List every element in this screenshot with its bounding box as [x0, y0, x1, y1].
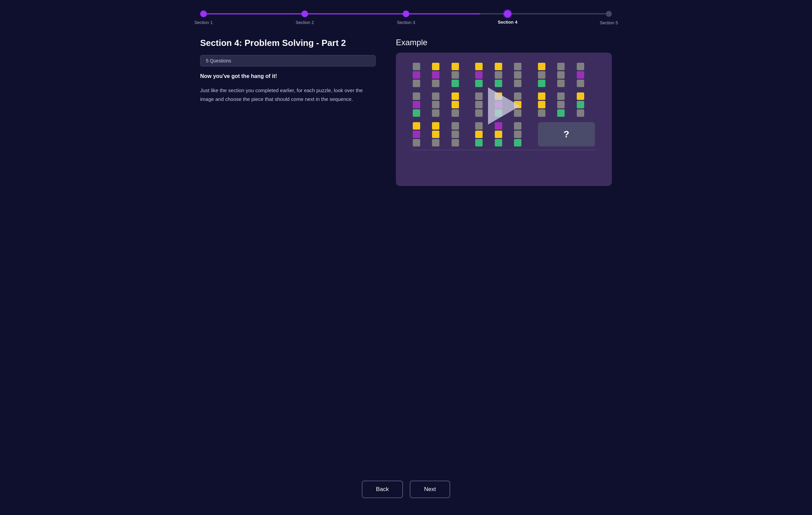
bottom-nav: Back Next — [0, 470, 812, 515]
cell — [577, 71, 584, 79]
cell — [538, 71, 545, 79]
progress-step-1[interactable]: Section 1 — [200, 10, 207, 17]
cell — [475, 71, 483, 79]
cell — [495, 122, 502, 130]
cell — [413, 109, 420, 117]
cell — [557, 80, 565, 87]
cell — [514, 71, 521, 79]
cell — [495, 80, 502, 87]
cell — [432, 71, 439, 79]
cell — [452, 80, 459, 87]
progress-container: Section 1 Section 2 Section 3 Section 4 … — [187, 0, 625, 21]
cell — [577, 109, 584, 117]
answer-choice-4[interactable] — [524, 154, 558, 176]
cell — [432, 131, 439, 138]
cell — [432, 80, 439, 87]
section-description: Just like the section you completed earl… — [200, 86, 376, 103]
puzzle-grid-4 — [413, 92, 470, 117]
cell — [413, 92, 420, 100]
questions-badge: 5 Questions — [200, 55, 376, 66]
cell — [538, 101, 545, 108]
cell — [452, 71, 459, 79]
cell — [514, 92, 521, 100]
cell — [495, 139, 502, 146]
cell — [495, 101, 502, 108]
cell — [475, 139, 483, 146]
cell — [432, 101, 439, 108]
progress-dot-3 — [403, 10, 409, 17]
cell — [413, 71, 420, 79]
cell — [538, 109, 545, 117]
cell — [432, 92, 439, 100]
progress-step-4[interactable]: Section 4 — [504, 10, 511, 18]
cell — [432, 139, 439, 146]
puzzle-grid-3 — [538, 63, 595, 87]
answer-choice-1[interactable] — [413, 154, 446, 176]
puzzle-question: ? — [538, 122, 595, 146]
answer-choice-2[interactable] — [450, 154, 483, 176]
cell — [577, 101, 584, 108]
cell — [413, 139, 420, 146]
cell — [475, 101, 483, 108]
puzzle-divider — [413, 150, 595, 150]
cell — [432, 109, 439, 117]
back-button[interactable]: Back — [362, 481, 403, 498]
progress-label-4: Section 4 — [498, 20, 517, 25]
main-content: Section 4: Problem Solving - Part 2 5 Qu… — [187, 21, 625, 470]
cell — [495, 92, 502, 100]
cell — [475, 63, 483, 70]
cell — [413, 80, 420, 87]
cell — [413, 131, 420, 138]
cell — [452, 109, 459, 117]
cell — [557, 101, 565, 108]
puzzle-top: ? — [406, 63, 602, 146]
cell — [514, 80, 521, 87]
cell — [432, 122, 439, 130]
progress-label-5: Section 5 — [600, 20, 618, 25]
progress-step-3[interactable]: Section 3 — [403, 10, 409, 17]
cell — [557, 109, 565, 117]
section-title: Section 4: Problem Solving - Part 2 — [200, 38, 376, 48]
left-panel: Section 4: Problem Solving - Part 2 5 Qu… — [200, 38, 376, 460]
cell — [538, 63, 545, 70]
cell — [495, 131, 502, 138]
progress-dot-2 — [301, 10, 308, 17]
answer-choices — [406, 154, 602, 176]
cell — [577, 63, 584, 70]
cell — [452, 92, 459, 100]
puzzle-grid-8 — [475, 122, 532, 146]
cell — [538, 92, 545, 100]
cell — [475, 131, 483, 138]
cell — [557, 92, 565, 100]
progress-label-2: Section 2 — [296, 20, 314, 25]
cell — [452, 63, 459, 70]
cell — [514, 101, 521, 108]
example-title: Example — [396, 38, 612, 47]
progress-dot-5 — [606, 11, 612, 17]
cell — [413, 101, 420, 108]
cell — [514, 122, 521, 130]
cell — [452, 131, 459, 138]
cell — [538, 80, 545, 87]
cell — [475, 80, 483, 87]
progress-step-5[interactable]: Section 5 — [606, 11, 612, 17]
puzzle-grid-1 — [413, 63, 470, 87]
cell — [452, 139, 459, 146]
cell — [452, 122, 459, 130]
cell — [514, 109, 521, 117]
next-button[interactable]: Next — [410, 481, 450, 498]
answer-choice-5[interactable] — [562, 154, 595, 176]
cell — [413, 122, 420, 130]
cell — [557, 71, 565, 79]
cell — [495, 109, 502, 117]
question-mark: ? — [564, 129, 569, 140]
cell — [495, 71, 502, 79]
progress-step-2[interactable]: Section 2 — [301, 10, 308, 17]
puzzle-grid-2 — [475, 63, 532, 87]
cell — [432, 63, 439, 70]
puzzle-grid-6 — [538, 92, 595, 117]
answer-choice-3[interactable] — [487, 154, 520, 176]
cell — [577, 92, 584, 100]
cell — [514, 63, 521, 70]
cell — [514, 131, 521, 138]
